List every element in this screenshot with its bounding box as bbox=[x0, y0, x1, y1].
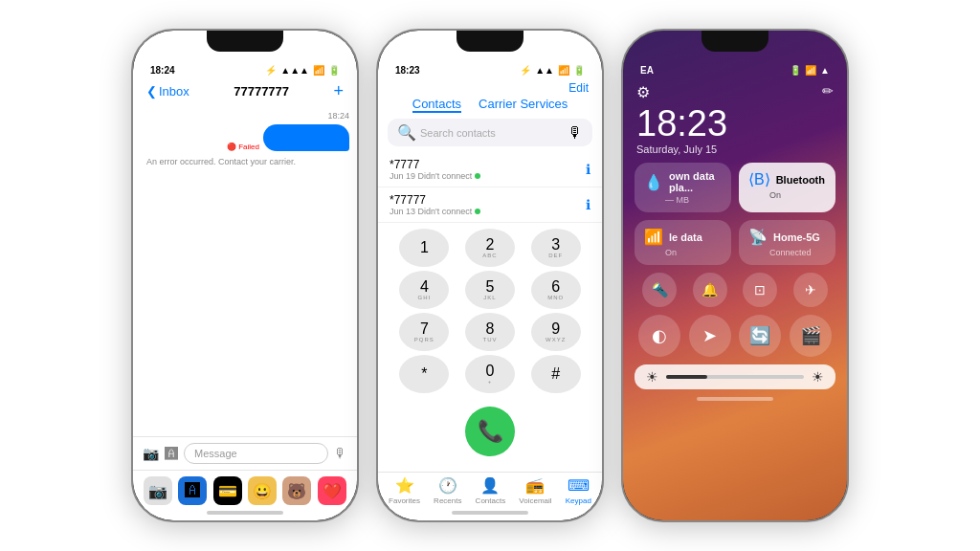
appstore-input-icon[interactable]: 🅰 bbox=[165, 446, 178, 461]
keypad-2[interactable]: 2ABC bbox=[465, 229, 515, 267]
mobile-sub: On bbox=[644, 248, 722, 257]
keypad-6[interactable]: 6MNO bbox=[531, 271, 581, 309]
recents-label: Recents bbox=[434, 496, 461, 505]
keypad-5[interactable]: 5JKL bbox=[465, 271, 515, 309]
contact-info-0: *7777 Jun 19 Didn't connect bbox=[390, 158, 586, 181]
messages-header: ❮ Inbox 77777777 + bbox=[133, 79, 357, 107]
nav-favorites[interactable]: ⭐ Favorites bbox=[389, 476, 420, 505]
tab-carrier-services[interactable]: Carrier Services bbox=[479, 97, 568, 113]
message-row: 🔴 Failed bbox=[227, 124, 349, 151]
wifi-tile-icon: 📡 bbox=[748, 228, 768, 246]
phone-messages: 18:24 ⚡ ▲▲▲ 📶 🔋 ❮ Inbox 77777777 + bbox=[131, 29, 359, 522]
signal-icon: ▲▲▲ bbox=[280, 65, 309, 76]
messages-back-button[interactable]: ❮ Inbox bbox=[146, 84, 189, 99]
nav-keypad[interactable]: ⌨ Keypad bbox=[566, 476, 591, 505]
message-input[interactable]: Message bbox=[184, 443, 328, 464]
dynamic-island-3 bbox=[702, 31, 768, 52]
screen-messages: 18:24 ⚡ ▲▲▲ 📶 🔋 ❮ Inbox 77777777 + bbox=[133, 31, 357, 520]
screen-control-center: EA 🔋 📶 ▲ ⚙ ✏ 18:2 bbox=[623, 31, 847, 520]
cc-focus[interactable]: 🔔 bbox=[693, 273, 727, 307]
nav-recents[interactable]: 🕐 Recents bbox=[434, 476, 461, 505]
camera-input-icon[interactable]: 📷 bbox=[143, 446, 159, 461]
cc-location[interactable]: ➤ bbox=[689, 315, 731, 357]
nav-voicemail[interactable]: 📻 Voicemail bbox=[519, 476, 551, 505]
message-bubble bbox=[263, 124, 349, 151]
app-icon-appstore[interactable]: 🅰 bbox=[178, 476, 207, 505]
keypad-0[interactable]: 0+ bbox=[465, 355, 515, 393]
status-time-1: 18:24 bbox=[150, 65, 175, 76]
keypad-8[interactable]: 8TUV bbox=[465, 313, 515, 351]
airplane-icon: ✈ bbox=[805, 282, 816, 298]
dialer-keypad: 1 2ABC 3DEF 4GHI 5JKL 6MNO 7PQRS 8TUV 9W… bbox=[378, 223, 602, 403]
contact-info-btn-1[interactable]: ℹ bbox=[586, 197, 590, 212]
keypad-star[interactable]: * bbox=[399, 355, 449, 393]
battery-icon: 🔋 bbox=[328, 65, 340, 76]
signal-icon-3: ▲ bbox=[820, 65, 830, 76]
search-placeholder: Search contacts bbox=[420, 127, 496, 139]
compose-button[interactable]: + bbox=[333, 81, 344, 101]
edit-button[interactable]: Edit bbox=[568, 81, 589, 95]
darkmode-icon: ◐ bbox=[652, 325, 667, 346]
fail-icon: 🔴 bbox=[227, 143, 236, 151]
cc-tile-data[interactable]: 💧 own data pla... — MB bbox=[635, 163, 731, 212]
app-icon-camera[interactable]: 📷 bbox=[144, 476, 172, 505]
contact-info-btn-0[interactable]: ℹ bbox=[586, 162, 590, 177]
call-button[interactable]: 📞 bbox=[465, 407, 515, 456]
cc-tiles-grid: 💧 own data pla... — MB ⟨B⟩ Bluetooth On bbox=[623, 163, 847, 273]
keypad-3[interactable]: 3DEF bbox=[531, 229, 581, 267]
phone-control-center: EA 🔋 📶 ▲ ⚙ ✏ 18:2 bbox=[621, 29, 849, 522]
cc-tile-mobile[interactable]: 📶 le data On bbox=[635, 220, 731, 265]
app-icon-emoji1[interactable]: 😀 bbox=[248, 476, 277, 505]
keypad-1[interactable]: 1 bbox=[399, 229, 449, 267]
wifi-icon-2: 📶 bbox=[558, 65, 569, 76]
keypad-nav-icon: ⌨ bbox=[568, 476, 590, 495]
app-icon-apple-pay[interactable]: 💳 bbox=[213, 476, 242, 505]
cc-camera[interactable]: 🎬 bbox=[790, 315, 832, 357]
status-bar-1: 18:24 ⚡ ▲▲▲ 📶 🔋 bbox=[133, 57, 357, 79]
keypad-4[interactable]: 4GHI bbox=[399, 271, 449, 309]
search-icon: 🔍 bbox=[397, 123, 416, 142]
brightness-fill bbox=[666, 375, 707, 379]
cc-screenmirror[interactable]: ⊡ bbox=[743, 273, 777, 307]
back-chevron-icon: ❮ bbox=[146, 84, 157, 99]
edit-cc-icon[interactable]: ⚙ bbox=[636, 84, 650, 100]
keypad-hash[interactable]: # bbox=[531, 355, 581, 393]
pencil-icon[interactable]: ✏ bbox=[822, 83, 834, 99]
flashlight-icon: 🔦 bbox=[652, 282, 668, 298]
cc-airplane[interactable]: ✈ bbox=[793, 273, 828, 307]
keypad-7[interactable]: 7PQRS bbox=[399, 313, 449, 351]
rotation-icon: 🔄 bbox=[749, 325, 770, 346]
favorites-label: Favorites bbox=[389, 496, 420, 505]
battery-icon-3: 🔋 bbox=[790, 65, 801, 76]
failed-label: 🔴 Failed bbox=[227, 143, 259, 151]
keypad-row-0: 1 2ABC 3DEF bbox=[391, 229, 589, 267]
focus-icon: 🔔 bbox=[702, 282, 718, 298]
voicemail-label: Voicemail bbox=[519, 496, 551, 505]
location-icon: ➤ bbox=[702, 325, 717, 346]
message-time: 18:24 bbox=[327, 111, 349, 121]
phone2-header: Edit bbox=[378, 79, 602, 97]
cc-darkmode[interactable]: ◐ bbox=[638, 315, 680, 357]
search-bar[interactable]: 🔍 Search contacts 🎙 bbox=[388, 119, 592, 146]
contacts-icon: 👤 bbox=[480, 476, 500, 495]
tab-contacts[interactable]: Contacts bbox=[412, 97, 461, 113]
mic-icon[interactable]: 🎙 bbox=[334, 446, 347, 461]
wifi-sub: Connected bbox=[748, 248, 826, 257]
app-icon-emoji2[interactable]: 🐻 bbox=[282, 476, 311, 505]
app-icon-emoji3[interactable]: ❤️ bbox=[318, 476, 346, 505]
keypad-9[interactable]: 9WXYZ bbox=[531, 313, 581, 351]
contact-item-1[interactable]: *77777 Jun 13 Didn't connect ℹ bbox=[378, 187, 602, 223]
cc-rotation[interactable]: 🔄 bbox=[739, 315, 781, 357]
cc-brightness-bar[interactable]: ☀ ☀ bbox=[635, 364, 835, 389]
phones-container: 18:24 ⚡ ▲▲▲ 📶 🔋 ❮ Inbox 77777777 + bbox=[0, 0, 980, 551]
inbox-label: Inbox bbox=[159, 84, 189, 99]
cc-tile-bluetooth[interactable]: ⟨B⟩ Bluetooth On bbox=[739, 163, 835, 212]
cc-flashlight[interactable]: 🔦 bbox=[642, 273, 677, 307]
cc-tile-wifi[interactable]: 📡 Home-5G Connected bbox=[739, 220, 835, 265]
keypad-nav-label: Keypad bbox=[566, 496, 591, 505]
nav-contacts[interactable]: 👤 Contacts bbox=[476, 476, 506, 505]
contact-item-0[interactable]: *7777 Jun 19 Didn't connect ℹ bbox=[378, 152, 602, 187]
data-label: own data pla... bbox=[669, 170, 722, 193]
status-ea: EA bbox=[640, 65, 654, 76]
contact-sub-1: Jun 13 Didn't connect bbox=[390, 207, 586, 216]
